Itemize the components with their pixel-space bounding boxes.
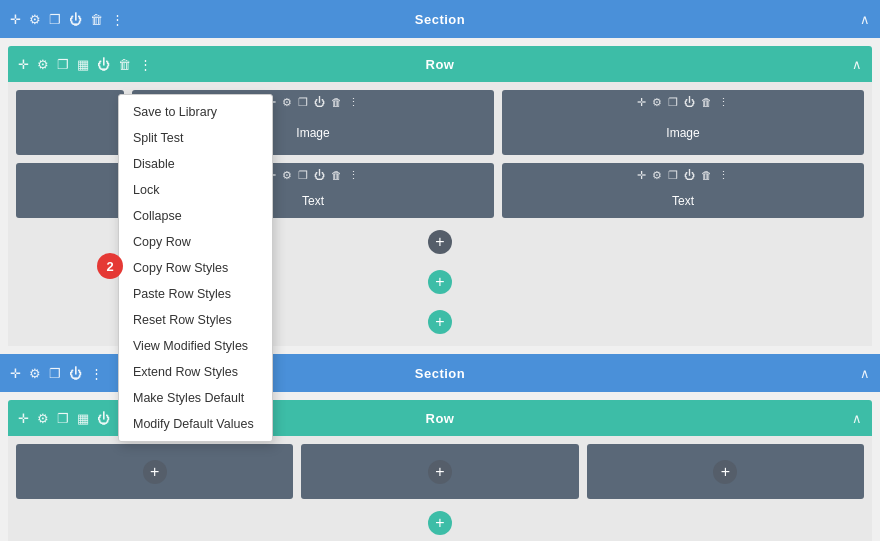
context-menu: Save to Library Split Test Disable Lock … xyxy=(118,94,273,442)
col-label-image1: Image xyxy=(296,126,329,140)
block-trash-icon-2[interactable]: 🗑 xyxy=(701,96,712,109)
section-collapse-1[interactable]: ∧ xyxy=(860,10,870,28)
menu-item-split-test[interactable]: Split Test xyxy=(119,125,272,151)
row-gear-icon[interactable]: ⚙ xyxy=(37,57,49,72)
s2-copy-icon[interactable]: ❐ xyxy=(49,366,61,381)
section-collapse-2[interactable]: ∧ xyxy=(860,364,870,382)
add-col-btn-2[interactable]: + xyxy=(428,270,452,294)
row-title-2: Row xyxy=(426,411,455,426)
row-dots-icon[interactable]: ⋮ xyxy=(139,57,152,72)
row-collapse-1[interactable]: ∧ xyxy=(852,55,862,73)
menu-item-modify-default-values[interactable]: Modify Default Values xyxy=(119,411,272,437)
col-block-text-2: ✛ ⚙ ❐ ⏻ 🗑 ⋮ Text xyxy=(502,163,864,218)
col-block-image-2: ✛ ⚙ ❐ ⏻ 🗑 ⋮ Image xyxy=(502,90,864,155)
block-dots-icon[interactable]: ⋮ xyxy=(348,96,359,109)
col-label-image2: Image xyxy=(666,126,699,140)
block-power-txt1-icon[interactable]: ⏻ xyxy=(314,169,325,182)
block-copy-icon[interactable]: ❐ xyxy=(298,96,308,109)
row-title-1: Row xyxy=(426,57,455,72)
r2-table-icon[interactable]: ▦ xyxy=(77,411,89,426)
row-content-2: + + + + + xyxy=(8,436,872,541)
col-label-text1: Text xyxy=(302,194,324,208)
red-badge: 2 xyxy=(97,253,123,279)
trash-icon[interactable]: 🗑 xyxy=(90,12,103,27)
menu-item-copy-row[interactable]: Copy Row xyxy=(119,229,272,255)
menu-item-reset-row-styles[interactable]: Reset Row Styles xyxy=(119,307,272,333)
block-trash-txt1-icon[interactable]: 🗑 xyxy=(331,169,342,182)
block-copy-icon-2[interactable]: ❐ xyxy=(668,96,678,109)
menu-item-collapse[interactable]: Collapse xyxy=(119,203,272,229)
block-power-txt2-icon[interactable]: ⏻ xyxy=(684,169,695,182)
r2-copy-icon[interactable]: ❐ xyxy=(57,411,69,426)
menu-item-disable[interactable]: Disable xyxy=(119,151,272,177)
block-toolbar-txt2: ✛ ⚙ ❐ ⏻ 🗑 ⋮ xyxy=(502,169,864,182)
menu-item-make-styles-default[interactable]: Make Styles Default xyxy=(119,385,272,411)
block-copy-txt2-icon[interactable]: ❐ xyxy=(668,169,678,182)
section-bar-1: ✛ ⚙ ❐ ⏻ 🗑 ⋮ Section ∧ xyxy=(0,0,880,38)
power-icon[interactable]: ⏻ xyxy=(69,12,82,27)
row-trash-icon[interactable]: 🗑 xyxy=(118,57,131,72)
section-title-1: Section xyxy=(415,12,465,27)
block-gear-txt1-icon[interactable]: ⚙ xyxy=(282,169,292,182)
menu-item-save-to-library[interactable]: Save to Library xyxy=(119,99,272,125)
section-bar-icons-1: ✛ ⚙ ❐ ⏻ 🗑 ⋮ xyxy=(10,12,124,27)
row-table-icon[interactable]: ▦ xyxy=(77,57,89,72)
menu-item-lock[interactable]: Lock xyxy=(119,177,272,203)
block-dots-txt1-icon[interactable]: ⋮ xyxy=(348,169,359,182)
r2-chevron-icon[interactable]: ∧ xyxy=(852,411,862,426)
row2-add-1[interactable]: + xyxy=(143,460,167,484)
s2-dots-icon[interactable]: ⋮ xyxy=(90,366,103,381)
r2-gear-icon[interactable]: ⚙ xyxy=(37,411,49,426)
menu-item-view-modified-styles[interactable]: View Modified Styles xyxy=(119,333,272,359)
block-move-icon-2[interactable]: ✛ xyxy=(637,96,646,109)
row-power-icon[interactable]: ⏻ xyxy=(97,57,110,72)
r2-power-icon[interactable]: ⏻ xyxy=(97,411,110,426)
section-bar-icons-2: ✛ ⚙ ❐ ⏻ ⋮ xyxy=(10,366,103,381)
row2-add-col-btn-1[interactable]: + xyxy=(428,511,452,535)
s2-move-icon[interactable]: ✛ xyxy=(10,366,21,381)
row-chevron-icon[interactable]: ∧ xyxy=(852,57,862,72)
block-gear-txt2-icon[interactable]: ⚙ xyxy=(652,169,662,182)
block-power-icon[interactable]: ⏻ xyxy=(314,96,325,109)
row2-cols: + + + xyxy=(16,444,864,499)
row2-add-3[interactable]: + xyxy=(713,460,737,484)
block-trash-txt2-icon[interactable]: 🗑 xyxy=(701,169,712,182)
block-dots-icon-2[interactable]: ⋮ xyxy=(718,96,729,109)
block-gear-icon-2[interactable]: ⚙ xyxy=(652,96,662,109)
row-copy-icon[interactable]: ❐ xyxy=(57,57,69,72)
section-title-2: Section xyxy=(415,366,465,381)
block-move-txt2-icon[interactable]: ✛ xyxy=(637,169,646,182)
col-block-left-1 xyxy=(16,90,124,155)
row-bar-1: ✛ ⚙ ❐ ▦ ⏻ 🗑 ⋮ Row ∧ xyxy=(8,46,872,82)
block-copy-txt1-icon[interactable]: ❐ xyxy=(298,169,308,182)
move-icon[interactable]: ✛ xyxy=(10,12,21,27)
menu-item-copy-row-styles[interactable]: Copy Row Styles xyxy=(119,255,272,281)
s2-gear-icon[interactable]: ⚙ xyxy=(29,366,41,381)
row-move-icon[interactable]: ✛ xyxy=(18,57,29,72)
row2-col-3: + xyxy=(587,444,864,499)
chevron-up-icon[interactable]: ∧ xyxy=(860,12,870,27)
row2-col-1: + xyxy=(16,444,293,499)
col-block-left-2 xyxy=(16,163,124,218)
menu-item-extend-row-styles[interactable]: Extend Row Styles xyxy=(119,359,272,385)
gear-icon[interactable]: ⚙ xyxy=(29,12,41,27)
row2-col-2: + xyxy=(301,444,578,499)
r2-move-icon[interactable]: ✛ xyxy=(18,411,29,426)
block-toolbar-img2: ✛ ⚙ ❐ ⏻ 🗑 ⋮ xyxy=(502,96,864,109)
dots-icon[interactable]: ⋮ xyxy=(111,12,124,27)
row-collapse-2[interactable]: ∧ xyxy=(852,409,862,427)
block-dots-txt2-icon[interactable]: ⋮ xyxy=(718,169,729,182)
row-bar-icons-1: ✛ ⚙ ❐ ▦ ⏻ 🗑 ⋮ xyxy=(18,57,152,72)
block-power-icon-2[interactable]: ⏻ xyxy=(684,96,695,109)
block-trash-icon[interactable]: 🗑 xyxy=(331,96,342,109)
menu-item-paste-row-styles[interactable]: Paste Row Styles xyxy=(119,281,272,307)
add-col-btn-1[interactable]: + xyxy=(428,230,452,254)
col-label-text2: Text xyxy=(672,194,694,208)
s2-power-icon[interactable]: ⏻ xyxy=(69,366,82,381)
row2-add-2[interactable]: + xyxy=(428,460,452,484)
add-col-btn-3[interactable]: + xyxy=(428,310,452,334)
block-gear-icon[interactable]: ⚙ xyxy=(282,96,292,109)
copy-icon[interactable]: ❐ xyxy=(49,12,61,27)
s2-chevron-icon[interactable]: ∧ xyxy=(860,366,870,381)
row2-add-btn-row-1: + xyxy=(16,511,864,535)
